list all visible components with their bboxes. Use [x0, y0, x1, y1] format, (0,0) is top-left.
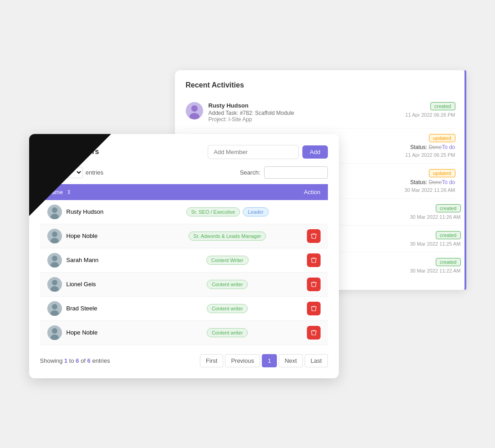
- role-badge: Content writer: [207, 280, 248, 289]
- delete-member-button[interactable]: [307, 302, 321, 315]
- col-action: Action: [148, 184, 328, 200]
- members-title: Project members: [40, 148, 99, 156]
- roles-cell: Sr. Adwords & Leads Manager: [155, 229, 321, 243]
- pagination-row: Showing 1 to 6 of 6 entries First Previo…: [40, 354, 328, 367]
- avatar: [47, 229, 62, 243]
- member-name-cell: Rusty Hudson: [40, 200, 148, 224]
- avatar: [186, 102, 203, 119]
- previous-page-button[interactable]: Previous: [225, 354, 260, 367]
- member-action-cell: Sr. SEO / ExecutiveLeader: [148, 200, 328, 224]
- entries-select[interactable]: 10 25 50 100: [57, 167, 83, 178]
- member-action-cell: Sr. Adwords & Leads Manager: [148, 224, 328, 248]
- member-info: Sarah Mann: [47, 253, 141, 268]
- role-badge: Content Writer: [206, 256, 249, 265]
- roles-cell: Sr. SEO / ExecutiveLeader: [155, 207, 321, 216]
- activity-project: Project: I-Site App: [209, 116, 400, 123]
- members-header: Project members Add: [40, 145, 328, 159]
- status-to: To do: [442, 179, 455, 185]
- avatar: [47, 205, 62, 219]
- show-label: Show: [40, 169, 55, 176]
- member-name-cell: Sarah Mann: [40, 248, 148, 272]
- page-1-button[interactable]: 1: [262, 354, 277, 367]
- member-name-cell: Hope Noble: [40, 320, 148, 345]
- table-header-row: Name ⇕ Action: [40, 184, 328, 200]
- showing-from: 1: [64, 357, 67, 364]
- table-row: Lionel Geis Content writer: [40, 272, 328, 296]
- show-entries: Show 10 25 50 100 entries: [40, 167, 104, 178]
- member-name: Hope Noble: [66, 329, 98, 336]
- member-name: Lionel Geis: [66, 281, 96, 288]
- first-page-button[interactable]: First: [200, 354, 223, 367]
- member-name: Brad Steele: [66, 305, 97, 312]
- avatar: [47, 277, 62, 292]
- next-page-button[interactable]: Next: [279, 354, 303, 367]
- status-badge: updated: [429, 169, 455, 177]
- table-row: Hope Noble Sr. Adwords & Leads Manager: [40, 224, 328, 248]
- member-info: Hope Noble: [47, 229, 141, 243]
- table-row: Hope Noble Content writer: [40, 320, 328, 345]
- member-name-cell: Lionel Geis: [40, 272, 148, 296]
- entries-label: entries: [86, 169, 103, 176]
- search-group: Search:: [240, 166, 328, 179]
- svg-point-16: [52, 256, 57, 261]
- sort-icon: ⇕: [66, 189, 71, 196]
- member-name: Rusty Hudson: [66, 208, 104, 215]
- activity-content: Rusty Hudson Added Task: #782: Scaffold …: [209, 102, 400, 123]
- showing-text: Showing 1 to 6 of 6 entries: [40, 357, 110, 364]
- role-badge: Leader: [243, 207, 268, 216]
- pagination-buttons: First Previous 1 Next Last: [200, 354, 327, 367]
- search-label: Search:: [240, 169, 260, 176]
- member-name: Hope Noble: [66, 232, 98, 239]
- activity-item: Rusty Hudson Added Task: #782: Scaffold …: [186, 97, 455, 129]
- delete-member-button[interactable]: [307, 326, 321, 340]
- status-badge: created: [436, 204, 461, 212]
- member-name-cell: Hope Noble: [40, 224, 148, 248]
- status-badge: created: [430, 102, 455, 110]
- activity-meta: created 11 Apr 2022 06:26 PM: [405, 102, 455, 118]
- status-change: Status: DoneTo do: [404, 179, 455, 185]
- roles-cell: Content writer: [155, 302, 321, 315]
- role-badge: Content writer: [207, 304, 248, 313]
- member-info: Lionel Geis: [47, 277, 141, 292]
- col-name[interactable]: Name ⇕: [40, 184, 148, 200]
- member-action-cell: Content writer: [148, 296, 328, 320]
- avatar: [47, 325, 62, 340]
- activity-time: 30 Mar 2022 11:26 AM: [404, 187, 455, 193]
- role-badge: Sr. Adwords & Leads Manager: [189, 232, 266, 241]
- member-info: Hope Noble: [47, 325, 141, 340]
- member-action-cell: Content writer: [148, 272, 328, 296]
- member-info: Rusty Hudson: [47, 205, 141, 219]
- delete-member-button[interactable]: [307, 229, 321, 243]
- role-badge: Sr. SEO / Executive: [186, 207, 240, 216]
- delete-member-button[interactable]: [307, 278, 321, 291]
- activity-time: 11 Apr 2022 06:25 PM: [405, 152, 455, 158]
- status-badge: created: [436, 258, 461, 266]
- last-page-button[interactable]: Last: [305, 354, 328, 367]
- table-row: Brad Steele Content writer: [40, 296, 328, 320]
- member-name-cell: Brad Steele: [40, 296, 148, 320]
- svg-point-22: [52, 304, 57, 309]
- delete-member-button[interactable]: [307, 253, 321, 267]
- activity-meta: updated Status: DoneTo do 30 Mar 2022 11…: [404, 169, 455, 193]
- status-to: To do: [442, 144, 455, 150]
- activity-name: Rusty Hudson: [209, 102, 400, 109]
- table-controls: Show 10 25 50 100 entries Search:: [40, 166, 328, 179]
- roles-cell: Content writer: [155, 326, 321, 340]
- avatar: [47, 301, 62, 316]
- add-member-input[interactable]: [208, 145, 299, 159]
- showing-to: 6: [76, 357, 79, 364]
- role-badge: Content writer: [207, 328, 248, 337]
- svg-point-10: [52, 207, 57, 213]
- status-change: Status: DoneTo do: [405, 144, 455, 150]
- svg-point-1: [191, 105, 198, 112]
- member-name: Sarah Mann: [66, 257, 99, 263]
- member-action-cell: Content Writer: [148, 248, 328, 272]
- member-action-cell: Content writer: [148, 320, 328, 345]
- add-member-button[interactable]: Add: [302, 145, 327, 159]
- search-input[interactable]: [264, 166, 328, 179]
- status-from: Done: [429, 179, 442, 185]
- table-row: Sarah Mann Content Writer: [40, 248, 328, 272]
- roles-cell: Content Writer: [155, 253, 321, 267]
- roles-cell: Content writer: [155, 278, 321, 291]
- svg-point-25: [52, 328, 57, 334]
